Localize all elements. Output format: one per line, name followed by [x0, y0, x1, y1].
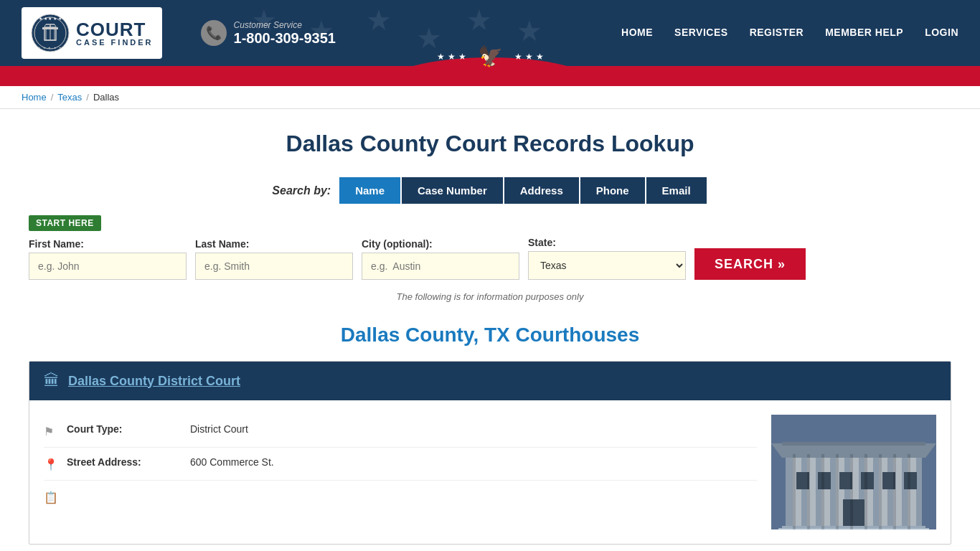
- placeholder-row: 📋: [44, 481, 757, 513]
- courthouse-name[interactable]: Dallas County District Court: [68, 374, 240, 389]
- search-form: First Name: Last Name: City (optional): …: [29, 237, 951, 280]
- city-input[interactable]: [362, 253, 519, 280]
- start-here-badge: START HERE: [29, 215, 101, 231]
- svg-rect-41: [864, 454, 867, 529]
- gavel-icon: ⚑: [44, 425, 58, 438]
- state-select[interactable]: Texas Alabama Alaska Arizona Arkansas Ca…: [528, 251, 686, 280]
- svg-rect-40: [850, 454, 853, 529]
- courthouse-image: [771, 415, 936, 529]
- breadcrumb-current: Dallas: [93, 92, 119, 103]
- tab-name[interactable]: Name: [339, 177, 400, 204]
- courthouse-card: 🏛 Dallas County District Court ⚑ Court T…: [29, 361, 951, 545]
- search-by-row: Search by: Name Case Number Address Phon…: [29, 177, 951, 204]
- svg-rect-38: [821, 454, 824, 529]
- svg-rect-39: [836, 454, 839, 529]
- court-type-row: ⚑ Court Type: District Court: [44, 415, 757, 448]
- courthouse-header: 🏛 Dallas County District Court: [29, 362, 951, 400]
- main-content: Dallas County Court Records Lookup Searc…: [0, 109, 980, 551]
- nav-home[interactable]: HOME: [621, 27, 653, 39]
- svg-rect-33: [843, 499, 864, 529]
- courthouses-title: Dallas County, TX Courthouses: [29, 324, 951, 347]
- logo-emblem: ★ ★ ★ ★ ★ ★ ★ ★ ★ ★: [30, 13, 70, 53]
- court-type-label: Court Type:: [67, 423, 182, 435]
- breadcrumb-sep-2: /: [86, 92, 89, 103]
- svg-rect-35: [778, 528, 929, 529]
- svg-text:★ ★ ★ ★ ★: ★ ★ ★ ★ ★: [38, 46, 62, 50]
- tab-address[interactable]: Address: [504, 177, 579, 204]
- location-icon: 📍: [44, 458, 58, 471]
- first-name-field: First Name:: [29, 238, 187, 280]
- nav-member-help[interactable]: MEMBER HELP: [825, 27, 903, 39]
- street-address-label: Street Address:: [67, 456, 182, 468]
- last-name-label: Last Name:: [195, 238, 353, 250]
- info-note: The following is for information purpose…: [29, 291, 951, 302]
- breadcrumb: Home / Texas / Dallas: [22, 92, 958, 103]
- search-button[interactable]: SEARCH »: [694, 248, 806, 280]
- eagle-icon: 🦅: [478, 44, 503, 68]
- nav-services[interactable]: SERVICES: [674, 27, 728, 39]
- eagle-area: ★ ★ ★ 🦅 ★ ★ ★: [437, 44, 544, 68]
- tab-case-number[interactable]: Case Number: [402, 177, 503, 204]
- svg-rect-44: [908, 454, 910, 529]
- svg-rect-37: [807, 454, 810, 529]
- svg-rect-42: [879, 454, 882, 529]
- last-name-input[interactable]: [195, 253, 353, 280]
- nav-register[interactable]: REGISTER: [750, 27, 804, 39]
- state-field: State: Texas Alabama Alaska Arizona Arka…: [528, 237, 686, 280]
- city-field: City (optional):: [362, 238, 519, 280]
- main-nav: HOME SERVICES REGISTER MEMBER HELP LOGIN: [621, 27, 958, 39]
- breadcrumb-home[interactable]: Home: [22, 92, 47, 103]
- nav-login[interactable]: LOGIN: [925, 27, 958, 39]
- courthouse-details: ⚑ Court Type: District Court 📍 Street Ad…: [44, 415, 757, 529]
- breadcrumb-bar: Home / Texas / Dallas: [0, 86, 980, 109]
- state-label: State:: [528, 237, 686, 248]
- city-label: City (optional):: [362, 238, 519, 250]
- search-by-label: Search by:: [272, 184, 331, 197]
- street-address-row: 📍 Street Address: 600 Commerce St.: [44, 448, 757, 481]
- courthouse-building-svg: [771, 415, 936, 529]
- breadcrumb-state[interactable]: Texas: [57, 92, 82, 103]
- tab-email[interactable]: Email: [646, 177, 707, 204]
- svg-text:★ ★ ★ ★ ★: ★ ★ ★ ★ ★: [39, 17, 62, 21]
- courthouse-body: ⚑ Court Type: District Court 📍 Street Ad…: [29, 400, 951, 544]
- page-title: Dallas County Court Records Lookup: [29, 131, 951, 157]
- court-type-value: District Court: [190, 423, 248, 435]
- svg-rect-36: [793, 454, 796, 529]
- phone-icon: 📞: [201, 20, 227, 46]
- first-name-input[interactable]: [29, 253, 187, 280]
- breadcrumb-sep-1: /: [51, 92, 54, 103]
- logo-text: COURT CASE FINDER: [76, 20, 154, 47]
- placeholder-icon: 📋: [44, 491, 58, 504]
- patriotic-stripe: ★ ★ ★ 🦅 ★ ★ ★: [0, 66, 980, 86]
- site-logo[interactable]: ★ ★ ★ ★ ★ ★ ★ ★ ★ ★ COURT CASE FINDER: [22, 7, 162, 59]
- tab-phone[interactable]: Phone: [580, 177, 645, 204]
- courthouse-icon: 🏛: [44, 372, 60, 390]
- svg-rect-26: [782, 442, 925, 446]
- first-name-label: First Name:: [29, 238, 187, 250]
- svg-rect-43: [893, 454, 896, 529]
- last-name-field: Last Name:: [195, 238, 353, 280]
- street-address-value: 600 Commerce St.: [190, 456, 274, 468]
